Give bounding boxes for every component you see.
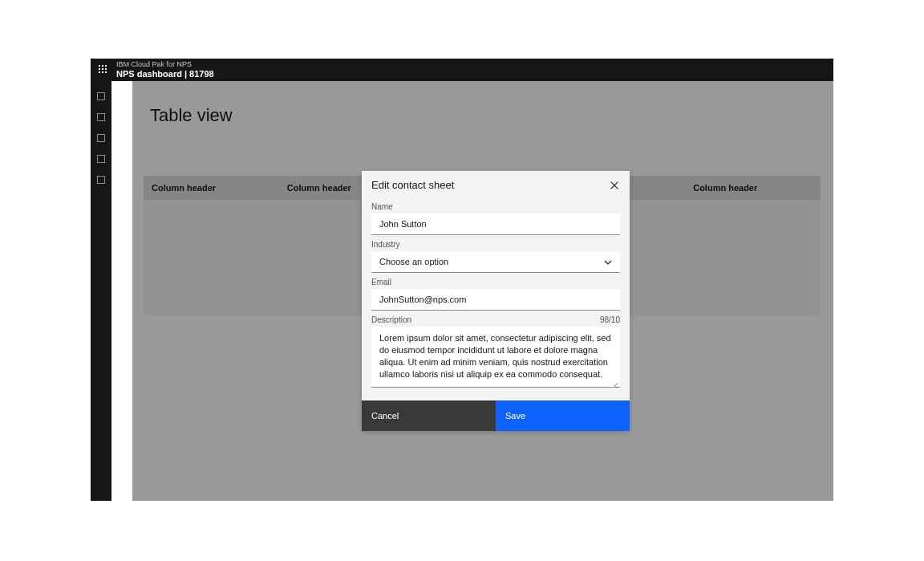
name-input[interactable] — [371, 213, 620, 235]
product-name: IBM Cloud Pak for NPS — [116, 61, 214, 69]
main-canvas: Table view Column header Column header C… — [111, 81, 833, 501]
nav-item-1-icon[interactable] — [97, 92, 105, 100]
email-input[interactable] — [371, 289, 620, 311]
breadcrumb: NPS dashboard | 81798 — [116, 69, 214, 79]
description-label: Description — [371, 315, 411, 324]
modal-footer: Cancel Save — [362, 400, 630, 431]
nav-item-2-icon[interactable] — [97, 113, 105, 121]
industry-select[interactable] — [371, 251, 620, 273]
close-icon[interactable] — [609, 180, 620, 191]
header-titles: IBM Cloud Pak for NPS NPS dashboard | 81… — [116, 61, 214, 79]
edit-contact-modal: Edit contact sheet Name Industry — [362, 171, 630, 431]
description-textarea[interactable] — [371, 327, 620, 388]
name-label: Name — [371, 202, 620, 211]
nav-item-5-icon[interactable] — [97, 176, 105, 184]
industry-label: Industry — [371, 240, 620, 249]
app-switcher-icon[interactable] — [99, 65, 108, 75]
nav-item-3-icon[interactable] — [97, 134, 105, 142]
nav-item-4-icon[interactable] — [97, 155, 105, 163]
global-header: IBM Cloud Pak for NPS NPS dashboard | 81… — [91, 59, 833, 81]
modal-title: Edit contact sheet — [371, 179, 454, 191]
app-window: IBM Cloud Pak for NPS NPS dashboard | 81… — [91, 59, 833, 501]
email-label: Email — [371, 278, 620, 287]
save-button[interactable]: Save — [496, 400, 630, 431]
cancel-button[interactable]: Cancel — [362, 400, 496, 431]
description-counter: 98/10 — [600, 315, 620, 324]
left-nav — [91, 81, 111, 501]
